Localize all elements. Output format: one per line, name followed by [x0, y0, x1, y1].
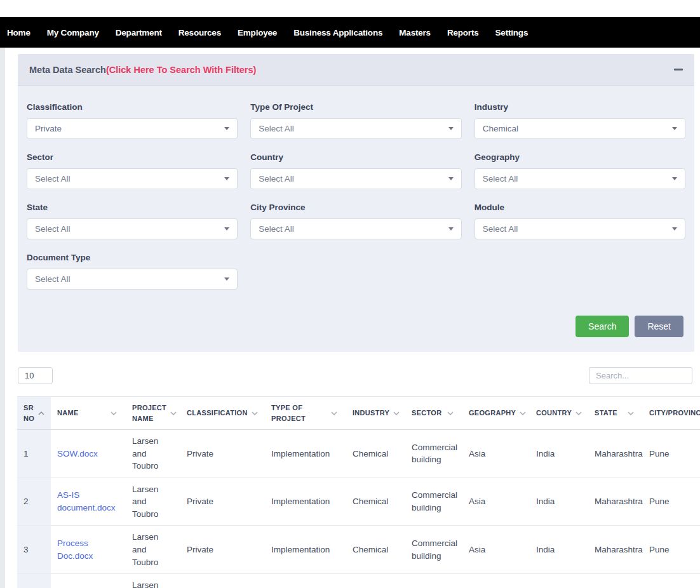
dropdown-caret-icon [672, 177, 677, 180]
classification-select[interactable]: Private [27, 118, 238, 139]
city-province-select[interactable]: Select All [250, 218, 461, 239]
nav-item-department[interactable]: Department [116, 28, 162, 37]
filter-label: Geography [475, 152, 685, 162]
column-label: PROJECT NAME [132, 403, 166, 424]
filter-document-type: Document Type Select All [27, 253, 238, 290]
column-header-sr-no[interactable]: SR NO [17, 397, 51, 430]
dropdown-caret-icon [224, 177, 229, 180]
dropdown-caret-icon [224, 127, 229, 130]
nav-item-settings[interactable]: Settings [495, 28, 528, 37]
cell-country: India [530, 430, 588, 478]
cell-industry: Chemical [346, 574, 405, 588]
cell-project-name: Larsen and Toubro [126, 478, 180, 526]
select-value: Select All [259, 124, 294, 133]
select-value: Select All [35, 174, 71, 184]
dropdown-caret-icon [672, 127, 677, 130]
search-button[interactable]: Search [575, 316, 629, 337]
column-header-state[interactable]: STATE [588, 397, 643, 430]
filter-label: Country [250, 152, 461, 162]
sort-desc-icon [393, 411, 400, 415]
filter-classification: Classification Private [27, 102, 238, 139]
reset-button[interactable]: Reset [635, 316, 683, 337]
cell-project-name: Larsen and Toubro [126, 430, 180, 478]
cell-sr-no: 2 [17, 478, 51, 526]
cell-city-province: Pune [643, 478, 700, 526]
column-header-sector[interactable]: SECTOR [405, 397, 462, 430]
column-header-city-province[interactable]: CITY/PROVINCE [643, 397, 700, 430]
minimize-icon[interactable] [674, 69, 683, 70]
dropdown-caret-icon [224, 227, 229, 231]
select-value: Select All [259, 174, 294, 184]
page-size-input[interactable] [18, 367, 53, 384]
column-header-classification[interactable]: CLASSIFICATION [180, 397, 265, 430]
column-label: COUNTRY [536, 408, 572, 418]
column-header-type-of-project[interactable]: TYPE OF PROJECT [265, 397, 346, 430]
cell-city-province: Pune [643, 574, 700, 588]
filter-industry: Industry Chemical [475, 102, 685, 139]
table-header-row: SR NO NAME PROJECT NAME CLASSIFICATION T… [17, 397, 700, 430]
dropdown-caret-icon [448, 227, 454, 231]
cell-sector: Commercial building [405, 526, 462, 574]
panel-header[interactable]: Meta Data Search(Click Here To Search Wi… [18, 54, 694, 86]
nav-item-my-company[interactable]: My Company [47, 28, 99, 37]
sector-select[interactable]: Select All [27, 168, 238, 189]
column-header-geography[interactable]: GEOGRAPHY [462, 397, 530, 430]
dropdown-caret-icon [448, 177, 454, 180]
document-link[interactable]: SOW.docx [57, 449, 98, 458]
state-select[interactable]: Select All [27, 218, 238, 239]
nav-item-masters[interactable]: Masters [399, 28, 431, 37]
filter-sector: Sector Select All [27, 152, 238, 189]
nav-item-resources[interactable]: Resources [178, 28, 221, 37]
nav-item-business-applications[interactable]: Business Applications [293, 28, 382, 37]
sort-desc-icon [252, 411, 258, 415]
geography-select[interactable]: Select All [475, 168, 685, 189]
module-select[interactable]: Select All [475, 218, 685, 239]
column-header-country[interactable]: COUNTRY [530, 397, 588, 430]
table-search-input[interactable] [589, 367, 692, 384]
document-link[interactable]: AS-IS document.docx [57, 490, 116, 512]
sort-desc-icon [331, 411, 337, 415]
column-label: NAME [57, 408, 79, 418]
dropdown-caret-icon [224, 277, 229, 281]
cell-geography: Asia [462, 526, 530, 574]
panel-subtitle-link[interactable]: (Click Here To Search With Filters) [106, 65, 257, 75]
cell-name: Process Doc.docx [51, 526, 126, 574]
cell-sector: Commercial building [405, 430, 462, 478]
nav-item-reports[interactable]: Reports [447, 28, 479, 37]
cell-type-of-project: Implementation [265, 430, 346, 478]
nav-item-home[interactable]: Home [7, 28, 30, 37]
filter-city-province: City Province Select All [250, 203, 461, 239]
filter-label: Document Type [27, 253, 238, 262]
table-row: 4 WireFrame.docx Larsen and Toubro Priva… [17, 574, 700, 588]
filter-label: Industry [475, 102, 685, 112]
panel-title: Meta Data Search [29, 65, 106, 75]
cell-city-province: Pune [643, 526, 700, 574]
meta-data-search-panel: Meta Data Search(Click Here To Search Wi… [18, 54, 694, 352]
nav-item-employee[interactable]: Employee [238, 28, 277, 37]
country-select[interactable]: Select All [250, 168, 461, 189]
document-type-select[interactable]: Select All [27, 269, 238, 290]
column-header-project-name[interactable]: PROJECT NAME [126, 397, 180, 430]
cell-name: AS-IS document.docx [51, 478, 126, 526]
cell-classification: Private [180, 526, 265, 574]
filter-label: Sector [27, 152, 238, 162]
results-table: SR NO NAME PROJECT NAME CLASSIFICATION T… [17, 396, 700, 588]
dropdown-caret-icon [448, 127, 454, 130]
results-table-wrap: SR NO NAME PROJECT NAME CLASSIFICATION T… [17, 396, 700, 588]
cell-geography: Asia [462, 430, 530, 478]
sort-asc-icon [38, 411, 44, 415]
cell-industry: Chemical [346, 526, 405, 574]
industry-select[interactable]: Chemical [475, 118, 685, 139]
filter-label: Module [475, 203, 685, 212]
document-link[interactable]: Process Doc.docx [57, 538, 93, 561]
type-of-project-select[interactable]: Select All [250, 118, 461, 139]
cell-geography: Asia [462, 574, 530, 588]
sort-desc-icon [447, 411, 454, 415]
cell-state: Maharashtra [588, 478, 643, 526]
cell-type-of-project: Implementation [265, 526, 346, 574]
filter-geography: Geography Select All [475, 152, 685, 189]
column-header-name[interactable]: NAME [51, 397, 126, 430]
cell-classification: Private [180, 478, 265, 526]
column-header-industry[interactable]: INDUSTRY [346, 397, 405, 430]
cell-state: Maharashtra [588, 574, 643, 588]
